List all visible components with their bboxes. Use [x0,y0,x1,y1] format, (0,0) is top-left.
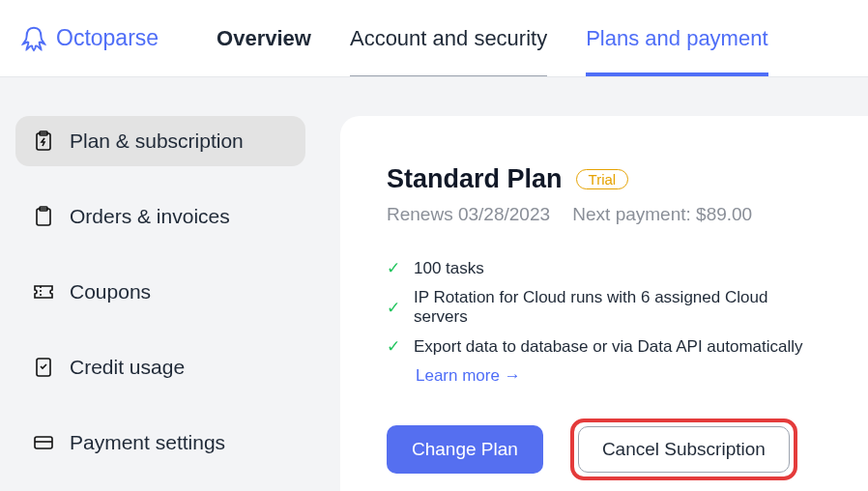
check-icon: ✓ [387,336,400,357]
brand-name: Octoparse [56,25,159,51]
feature-text: Export data to database or via Data API … [414,337,803,357]
sidebar-item-label: Credit usage [70,356,185,379]
next-payment: Next payment: $89.00 [572,204,752,224]
main-layout: Plan & subscription Orders & invoices Co… [0,77,868,491]
learn-more-link[interactable]: Learn more → [416,366,521,386]
tab-plans-payment[interactable]: Plans and payment [586,0,767,76]
receipt-check-icon [33,357,54,378]
sidebar-item-label: Plan & subscription [70,130,244,153]
renew-date: Renews 03/28/2023 [387,204,550,224]
feature-text: IP Rotation for Cloud runs with 6 assign… [414,288,822,327]
clipboard-icon [33,206,54,227]
feature-item: ✓ 100 tasks [387,258,822,278]
plan-actions: Change Plan Cancel Subscription [387,419,822,480]
sidebar-item-coupons[interactable]: Coupons [15,267,305,317]
sidebar-item-payment-settings[interactable]: Payment settings [15,418,305,468]
sidebar-item-orders-invoices[interactable]: Orders & invoices [15,191,305,242]
plan-title: Standard Plan [387,164,563,194]
feature-list: ✓ 100 tasks ✓ IP Rotation for Cloud runs… [387,258,822,357]
check-icon: ✓ [387,258,400,278]
cancel-highlight: Cancel Subscription [570,419,797,480]
sidebar-item-label: Orders & invoices [70,205,230,228]
trial-badge: Trial [576,169,629,189]
change-plan-button[interactable]: Change Plan [387,425,543,474]
top-tabs: Overview Account and security Plans and … [217,0,767,76]
tab-account-security[interactable]: Account and security [350,0,547,76]
header: Octoparse Overview Account and security … [0,0,868,77]
ticket-icon [33,281,54,303]
sidebar-item-plan-subscription[interactable]: Plan & subscription [15,116,305,166]
svg-rect-6 [35,437,52,448]
credit-card-icon [33,432,54,453]
feature-item: ✓ IP Rotation for Cloud runs with 6 assi… [387,288,822,327]
sidebar-item-label: Payment settings [70,431,225,454]
sidebar: Plan & subscription Orders & invoices Co… [15,116,305,491]
brand-logo[interactable]: Octoparse [19,24,159,53]
plan-header: Standard Plan Trial [387,164,822,194]
feature-text: 100 tasks [414,259,484,278]
tab-overview[interactable]: Overview [217,0,311,76]
feature-item: ✓ Export data to database or via Data AP… [387,336,822,357]
check-icon: ✓ [387,298,400,318]
lightning-clipboard-icon [33,130,54,152]
sidebar-item-label: Coupons [70,280,151,303]
cancel-subscription-button[interactable]: Cancel Subscription [578,426,790,473]
sidebar-item-credit-usage[interactable]: Credit usage [15,342,305,392]
renew-line: Renews 03/28/2023 Next payment: $89.00 [387,204,822,225]
octopus-icon [19,24,48,53]
plan-card: Standard Plan Trial Renews 03/28/2023 Ne… [340,116,868,491]
